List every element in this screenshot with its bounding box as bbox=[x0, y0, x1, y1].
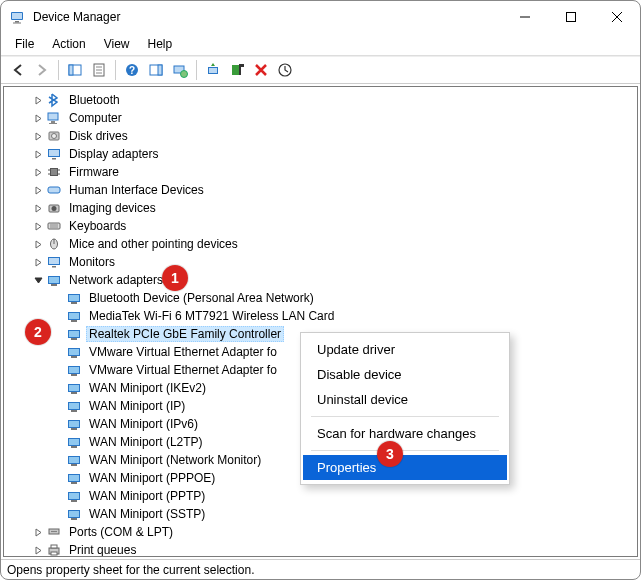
tree-node-label: WAN Miniport (PPPOE) bbox=[86, 470, 218, 486]
expander-placeholder bbox=[50, 434, 66, 450]
tree-node[interactable]: Keyboards bbox=[6, 217, 637, 235]
statusbar: Opens property sheet for the current sel… bbox=[1, 559, 640, 579]
tree-node-label: Network adapters bbox=[66, 272, 166, 288]
svg-rect-21 bbox=[209, 68, 217, 73]
tree-node[interactable]: Human Interface Devices bbox=[6, 181, 637, 199]
tree-node-label: Bluetooth Device (Personal Area Network) bbox=[86, 290, 317, 306]
action-pane-button[interactable] bbox=[145, 59, 167, 81]
tree-container: BluetoothComputerDisk drivesDisplay adap… bbox=[3, 86, 638, 557]
svg-rect-17 bbox=[158, 65, 162, 75]
update-driver-button[interactable] bbox=[202, 59, 224, 81]
tree-node[interactable]: MediaTek Wi-Fi 6 MT7921 Wireless LAN Car… bbox=[6, 307, 637, 325]
tree-node-label: Realtek PCIe GbE Family Controller bbox=[86, 326, 284, 342]
expander-placeholder bbox=[50, 344, 66, 360]
chevron-right-icon[interactable] bbox=[30, 182, 46, 198]
ctx-properties[interactable]: Properties bbox=[303, 455, 507, 480]
tree-node[interactable]: Ports (COM & LPT) bbox=[6, 523, 637, 541]
tree-node-label: Keyboards bbox=[66, 218, 129, 234]
close-button[interactable] bbox=[594, 1, 640, 33]
properties-button[interactable] bbox=[88, 59, 110, 81]
chevron-right-icon[interactable] bbox=[30, 236, 46, 252]
uninstall-device-button[interactable] bbox=[250, 59, 272, 81]
svg-rect-2 bbox=[15, 21, 19, 23]
chevron-down-icon[interactable] bbox=[30, 272, 46, 288]
svg-rect-9 bbox=[69, 65, 73, 75]
forward-button[interactable] bbox=[31, 59, 53, 81]
chevron-right-icon[interactable] bbox=[30, 164, 46, 180]
tree-node-label: WAN Miniport (IP) bbox=[86, 398, 188, 414]
print-icon bbox=[46, 542, 62, 556]
tree-node-label: VMware Virtual Ethernet Adapter fo bbox=[86, 344, 280, 360]
chevron-right-icon[interactable] bbox=[30, 542, 46, 556]
tree-node[interactable]: Disk drives bbox=[6, 127, 637, 145]
app-icon bbox=[9, 9, 25, 25]
ctx-disable-device[interactable]: Disable device bbox=[303, 362, 507, 387]
annotation-2: 2 bbox=[25, 319, 51, 345]
titlebar: Device Manager bbox=[1, 1, 640, 33]
tree-node[interactable]: Computer bbox=[6, 109, 637, 127]
expander-placeholder bbox=[50, 290, 66, 306]
window-title: Device Manager bbox=[33, 10, 120, 24]
ctx-scan-hardware[interactable]: Scan for hardware changes bbox=[303, 421, 507, 446]
tree-node[interactable]: Bluetooth Device (Personal Area Network) bbox=[6, 289, 637, 307]
annotation-3: 3 bbox=[377, 441, 403, 467]
tree-node-label: Display adapters bbox=[66, 146, 161, 162]
svg-rect-22 bbox=[232, 65, 239, 75]
tree-node-label: WAN Miniport (IKEv2) bbox=[86, 380, 209, 396]
expander-placeholder bbox=[50, 362, 66, 378]
ctx-separator bbox=[311, 450, 499, 451]
tree-node[interactable]: Firmware bbox=[6, 163, 637, 181]
tree-node[interactable]: Mice and other pointing devices bbox=[6, 235, 637, 253]
tree-node[interactable]: WAN Miniport (SSTP) bbox=[6, 505, 637, 523]
tree-node-label: Human Interface Devices bbox=[66, 182, 207, 198]
menu-help[interactable]: Help bbox=[140, 35, 181, 53]
maximize-button[interactable] bbox=[548, 1, 594, 33]
menu-file[interactable]: File bbox=[7, 35, 42, 53]
ctx-uninstall-device[interactable]: Uninstall device bbox=[303, 387, 507, 412]
scan-hardware-button[interactable] bbox=[169, 59, 191, 81]
chevron-right-icon[interactable] bbox=[30, 524, 46, 540]
pc-icon bbox=[46, 110, 62, 126]
net-icon bbox=[66, 380, 82, 396]
minimize-button[interactable] bbox=[502, 1, 548, 33]
tree-node[interactable]: Display adapters bbox=[6, 145, 637, 163]
expander-placeholder bbox=[50, 470, 66, 486]
tree-node-label: WAN Miniport (PPTP) bbox=[86, 488, 208, 504]
chevron-right-icon[interactable] bbox=[30, 146, 46, 162]
chevron-right-icon[interactable] bbox=[30, 128, 46, 144]
chevron-right-icon[interactable] bbox=[30, 254, 46, 270]
show-hide-console-tree-button[interactable] bbox=[64, 59, 86, 81]
tree-node-label: Computer bbox=[66, 110, 125, 126]
svg-point-19 bbox=[181, 71, 188, 78]
tree-node[interactable]: WAN Miniport (PPTP) bbox=[6, 487, 637, 505]
menu-view[interactable]: View bbox=[96, 35, 138, 53]
net-icon bbox=[66, 416, 82, 432]
tree-node-label: WAN Miniport (SSTP) bbox=[86, 506, 208, 522]
chevron-right-icon[interactable] bbox=[30, 110, 46, 126]
net-icon bbox=[66, 506, 82, 522]
tree-node[interactable]: Network adapters bbox=[6, 271, 637, 289]
menubar: File Action View Help bbox=[1, 33, 640, 56]
menu-action[interactable]: Action bbox=[44, 35, 93, 53]
tree-node[interactable]: Bluetooth bbox=[6, 91, 637, 109]
device-tree[interactable]: BluetoothComputerDisk drivesDisplay adap… bbox=[4, 87, 637, 556]
ctx-separator bbox=[311, 416, 499, 417]
back-button[interactable] bbox=[7, 59, 29, 81]
chevron-right-icon[interactable] bbox=[30, 200, 46, 216]
chevron-right-icon[interactable] bbox=[30, 92, 46, 108]
expander-placeholder bbox=[50, 488, 66, 504]
add-legacy-hardware-button[interactable] bbox=[274, 59, 296, 81]
tree-node-label: WAN Miniport (Network Monitor) bbox=[86, 452, 264, 468]
bt-icon bbox=[46, 92, 62, 108]
tree-node[interactable]: Imaging devices bbox=[6, 199, 637, 217]
net-icon bbox=[46, 272, 62, 288]
tree-node[interactable]: Monitors bbox=[6, 253, 637, 271]
svg-rect-3 bbox=[13, 23, 21, 24]
help-button[interactable]: ? bbox=[121, 59, 143, 81]
disable-device-button[interactable] bbox=[226, 59, 248, 81]
ctx-update-driver[interactable]: Update driver bbox=[303, 337, 507, 362]
chevron-right-icon[interactable] bbox=[30, 218, 46, 234]
tree-node-label: Bluetooth bbox=[66, 92, 123, 108]
tree-node[interactable]: Print queues bbox=[6, 541, 637, 556]
context-menu: Update driver Disable device Uninstall d… bbox=[300, 332, 510, 485]
